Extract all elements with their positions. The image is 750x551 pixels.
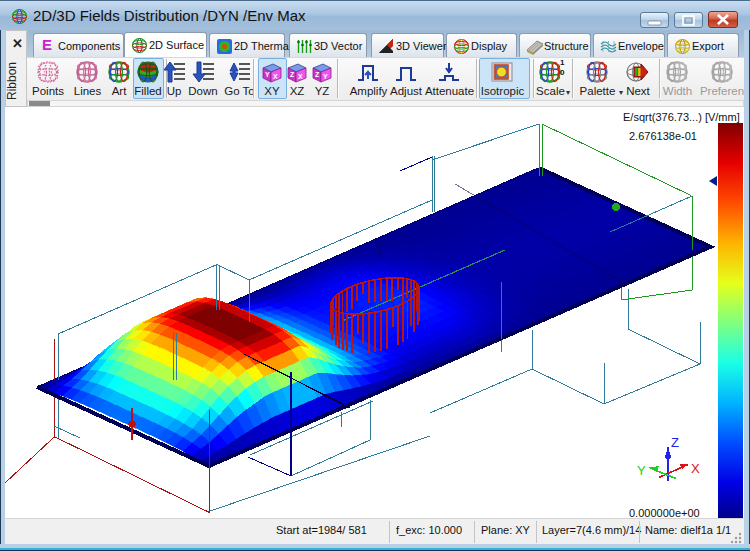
svg-text:X: X xyxy=(273,73,278,80)
svg-text:Y: Y xyxy=(265,71,270,78)
svg-text:X: X xyxy=(691,461,700,476)
svg-text:X: X xyxy=(298,73,303,80)
svg-text:Z: Z xyxy=(315,71,320,78)
svg-text:Z: Z xyxy=(671,435,679,450)
svg-text:Z: Z xyxy=(290,71,295,78)
svg-text:Y: Y xyxy=(323,73,328,80)
svg-text:Y: Y xyxy=(637,463,646,478)
